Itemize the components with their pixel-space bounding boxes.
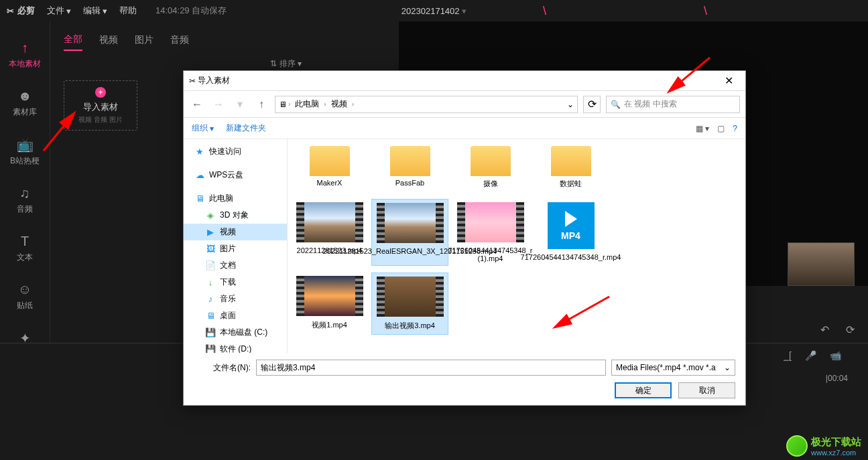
nav-up-button[interactable]: ↑ [253,96,269,112]
app-logo: ✂ 必剪 [7,5,35,17]
picture-icon: 🖼 [205,244,216,254]
tab-all[interactable]: 全部 [64,29,82,51]
close-button[interactable]: ✕ [718,74,740,87]
sidebar-item-bilibili[interactable]: 📺B站热梗 [0,131,50,172]
tree-pictures[interactable]: 🖼图片 [184,240,287,257]
tree-videos[interactable]: ▶视频 [184,224,287,240]
file-item[interactable]: 202211281523.mp4 [291,199,368,266]
path-folder[interactable]: 视频 [328,97,351,111]
dialog-body: ★快速访问 ☁WPS云盘 🖥此电脑 ◈3D 对象 ▶视频 🖼图片 📄文档 ↓下载… [184,139,745,353]
sidebar-item-local[interactable]: ↑本地素材 [0,35,50,75]
tree-desktop[interactable]: 🖥桌面 [184,307,287,324]
import-title: 导入素材 [83,101,118,113]
search-icon: 🔍 [611,100,621,109]
decoration-slash: \ [704,4,707,18]
import-subtitle: 视频 音频 图片 [78,115,123,125]
file-item[interactable]: MP47172604544134745348_r.mp4 [532,199,609,266]
menu-help[interactable]: 帮助 [119,5,137,17]
tree-quick-access[interactable]: ★快速访问 [184,143,287,160]
star-icon: ★ [194,147,205,157]
preview-pane-button[interactable]: ▢ [717,124,725,133]
mic-icon[interactable]: 🎤 [805,350,816,361]
dialog-titlebar: ✂ 导入素材 ✕ [184,71,745,91]
document-icon: 📄 [205,260,216,271]
tree-documents[interactable]: 📄文档 [184,257,287,274]
cut-icon[interactable]: ⎯[ [784,350,792,361]
nav-forward-button[interactable]: → [210,96,227,112]
menu-file[interactable]: 文件 ▾ [47,5,71,17]
undo-icon[interactable]: ↶ [820,323,829,336]
tree-3d-objects[interactable]: ◈3D 对象 [184,207,287,224]
chevron-down-icon[interactable]: ⌄ [567,100,574,109]
folder-item[interactable]: MakerX [291,143,368,192]
file-list: MakerX PassFab 摄像 数据蛙 202211281523.mp4 2… [288,139,745,353]
video-thumb [377,203,444,243]
chevron-down-icon: ▾ [462,6,467,16]
import-media-button[interactable]: + 导入素材 视频 音频 图片 [64,80,137,131]
sort-icon[interactable]: ⇅ 排序 ▾ [270,58,302,70]
top-menu-bar: ✂ 必剪 文件 ▾ 编辑 ▾ 帮助 14:04:29 自动保存 20230217… [0,0,868,21]
search-input[interactable]: 🔍 在 视频 中搜索 [606,96,740,113]
timeline-time: |00:04 [826,374,848,383]
pc-icon: 🖥 [279,100,287,109]
tree-wps[interactable]: ☁WPS云盘 [184,167,287,183]
folder-item[interactable]: 数据蛙 [532,143,609,192]
video-thumb [296,276,363,316]
sidebar-item-audio[interactable]: ♫音频 [0,180,50,220]
filename-input[interactable] [256,360,606,376]
cube-icon: ◈ [205,210,216,221]
file-type-filter[interactable]: Media Files(*.mp4 *.mov *.a⌄ [611,360,735,376]
drive-icon: 💾 [205,327,216,338]
camera-icon[interactable]: 📹 [830,350,841,361]
desktop-icon: 🖥 [205,311,216,321]
media-tabs: 全部 视频 图片 音频 [50,27,189,54]
tree-drive-d[interactable]: 💾软件 (D:) [184,341,287,353]
file-item[interactable]: 7172604544134745348_r (1).mp4 [452,199,529,266]
sidebar-item-text[interactable]: T文本 [0,228,50,269]
folder-item[interactable]: PassFab [371,143,448,192]
file-item[interactable]: 202211281523_RealESRGAN_3X_1201151238.mp… [371,199,448,266]
tab-image[interactable]: 图片 [135,30,153,50]
logo-icon: ✂ [7,6,14,16]
path-bar[interactable]: 🖥 › 此电脑 › 视频 › ⌄ [275,96,578,113]
redo-icon[interactable]: ⟳ [846,323,855,336]
sticker-icon: ☺ [18,282,32,297]
plus-icon: + [95,87,106,98]
project-title[interactable]: 202302171402 ▾ [401,6,467,16]
tree-this-pc[interactable]: 🖥此电脑 [184,190,287,207]
view-mode-button[interactable]: ▦ ▾ [696,124,709,133]
menu-edit[interactable]: 编辑 ▾ [83,5,107,17]
folder-item[interactable]: 摄像 [452,143,529,192]
nav-back-button[interactable]: ← [189,96,205,112]
dialog-toolbar: 组织 ▾ 新建文件夹 ▦ ▾ ▢ ? [184,118,745,139]
folder-icon [310,146,350,176]
new-folder-button[interactable]: 新建文件夹 [226,123,266,134]
pc-icon: 🖥 [194,194,205,204]
sidebar-item-sticker[interactable]: ☺贴纸 [0,277,50,317]
organize-button[interactable]: 组织 ▾ [192,123,214,134]
upload-icon: ↑ [21,40,28,56]
watermark-url: www.xz7.com [811,449,861,457]
file-item[interactable]: 输出视频3.mp4 [371,273,448,335]
app-name: 必剪 [17,5,35,17]
cancel-button[interactable]: 取消 [678,382,735,398]
filename-label: 文件名(N): [194,362,251,374]
music-icon: ♫ [20,185,30,201]
tab-video[interactable]: 视频 [99,30,118,50]
dialog-bottom: 文件名(N): Media Files(*.mp4 *.mov *.a⌄ 确定 … [184,353,745,405]
tree-downloads[interactable]: ↓下载 [184,274,287,291]
tree-drive-c[interactable]: 💾本地磁盘 (C:) [184,324,287,341]
refresh-button[interactable]: ⟳ [583,96,601,113]
watermark: 极光下载站 www.xz7.com [786,435,861,457]
file-item[interactable]: 视频1.mp4 [291,273,368,335]
nav-history-button[interactable]: ▾ [232,96,248,112]
file-open-dialog: ✂ 导入素材 ✕ ← → ▾ ↑ 🖥 › 此电脑 › 视频 › ⌄ ⟳ 🔍 在 … [183,70,746,406]
dialog-icon: ✂ [189,76,196,86]
ok-button[interactable]: 确定 [615,382,672,398]
sidebar-item-library[interactable]: ☻素材库 [0,83,50,123]
tab-audio[interactable]: 音频 [170,30,189,50]
help-button[interactable]: ? [733,124,737,133]
path-root[interactable]: 此电脑 [292,97,322,111]
folder-icon [390,146,430,176]
tree-music[interactable]: ♪音乐 [184,291,287,307]
